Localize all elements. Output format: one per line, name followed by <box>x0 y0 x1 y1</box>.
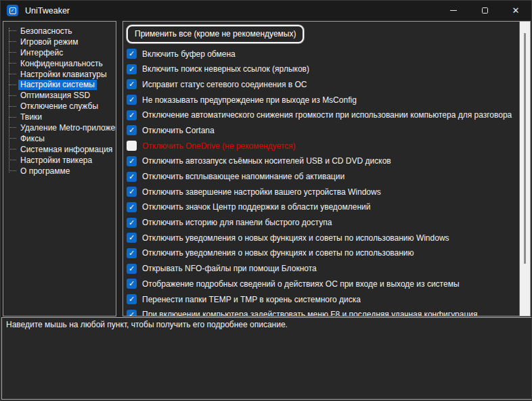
checkbox-icon[interactable] <box>127 248 137 258</box>
sidebar-item[interactable]: Настройки твикера <box>3 155 116 166</box>
description-text: Наведите мышь на любой пункт, чтобы полу… <box>6 320 288 329</box>
tweak-row[interactable]: Перенести папки TEMP и TMP в корень сист… <box>127 294 516 304</box>
tweak-label: Отключить автозапуск съёмных носителей U… <box>142 156 391 166</box>
sidebar-item[interactable]: Удаление Metro-приложений <box>3 122 116 133</box>
sidebar-item[interactable]: Конфиденциальность <box>3 58 116 69</box>
checkbox-icon[interactable] <box>127 156 137 166</box>
checkbox-icon[interactable] <box>127 172 137 182</box>
minimize-button[interactable] <box>438 1 469 20</box>
tweak-row[interactable]: Отключить Cortana <box>127 125 516 135</box>
tweak-label: Отключить значок Центр поддержки в облас… <box>142 202 371 212</box>
tweak-row[interactable]: Отключить уведомления о новых функциях и… <box>127 233 516 243</box>
sidebar-item[interactable]: Интерфейс <box>3 47 116 58</box>
tweak-row[interactable]: Отключить завершение настройки вашего ус… <box>127 187 516 197</box>
app-checkbox-icon <box>9 7 16 14</box>
tweak-row[interactable]: Отключить историю для панели быстрого до… <box>127 218 516 228</box>
checkbox-icon[interactable] <box>127 95 137 105</box>
sidebar-item[interactable]: Настройки клавиатуры <box>3 69 116 80</box>
sidebar-item[interactable]: О программе <box>3 166 116 176</box>
checkbox-icon[interactable] <box>127 79 137 89</box>
sidebar-item[interactable]: Системная информация <box>3 144 116 155</box>
description-panel: Наведите мышь на любой пункт, чтобы полу… <box>1 317 532 400</box>
sidebar: Безопасность Игровой режим Интерфейс Кон… <box>3 21 116 316</box>
app-icon <box>7 5 18 16</box>
sidebar-item-label: Конфиденциальность <box>18 58 105 68</box>
tweak-row[interactable]: Не показывать предупреждение при выходе … <box>127 95 516 105</box>
checkbox-icon[interactable] <box>127 264 137 274</box>
tweak-label: Отключить всплывающее напоминание об акт… <box>142 172 345 181</box>
checkbox-icon[interactable] <box>127 218 137 228</box>
sidebar-item-label: Оптимизация SSD <box>18 91 92 101</box>
sidebar-item-label: Интерфейс <box>18 47 65 57</box>
tweak-row[interactable]: Отключение автоматического снижения гром… <box>127 110 516 120</box>
sidebar-item[interactable]: Оптимизация SSD <box>3 90 116 101</box>
tweak-label: Отключить уведомления о новых функциях и… <box>142 248 414 258</box>
sidebar-item[interactable]: Игровой режим <box>3 37 116 47</box>
sidebar-item-label: Безопасность <box>18 26 74 36</box>
tweak-label: Не показывать предупреждение при выходе … <box>142 95 357 105</box>
settings-panel: Применить все (кроме не рекомендуемых) В… <box>123 21 531 316</box>
sidebar-item[interactable]: Твики <box>3 112 116 122</box>
tweak-row[interactable]: Отключить значок Центр поддержки в облас… <box>127 202 516 212</box>
vertical-scrollbar[interactable] <box>519 22 530 316</box>
close-button[interactable]: ✕ <box>500 1 531 20</box>
sidebar-item-label: Системная информация <box>18 144 114 154</box>
sidebar-item-label: Настройки системы <box>18 80 97 90</box>
tweak-row[interactable]: При включении компьютера задействовать м… <box>127 310 516 316</box>
checkbox-icon[interactable] <box>127 187 137 197</box>
tweak-row[interactable]: Открывать NFO-файлы при помощи Блокнота <box>127 264 516 274</box>
tweak-row[interactable]: Включить поиск неверных ссылок (ярлыков) <box>127 64 516 74</box>
tweak-label: Отключить завершение настройки вашего ус… <box>142 187 381 197</box>
tweak-row[interactable]: Отображение подробных сведений о действи… <box>127 279 516 289</box>
sidebar-item-label: Отключение службы <box>18 101 100 112</box>
tweak-label: При включении компьютера задействовать м… <box>142 310 477 316</box>
tweak-row[interactable]: Исправит статус сетевого соединения в ОС <box>127 79 516 89</box>
sidebar-item[interactable]: Отключение службы <box>3 101 116 112</box>
checkbox-icon[interactable] <box>127 279 137 289</box>
sidebar-item-label: Настройки твикера <box>18 155 94 165</box>
minimize-icon <box>450 10 457 11</box>
sidebar-item-label: Твики <box>18 112 44 122</box>
unitweaker-window: UniTweaker ✕ Безопасность Игровой режим … <box>0 0 532 401</box>
checkbox-icon[interactable] <box>127 125 137 135</box>
checkbox-icon[interactable] <box>127 202 137 212</box>
sidebar-item[interactable]: Безопасность <box>3 26 116 37</box>
checkbox-icon[interactable] <box>127 110 137 120</box>
checkbox-icon[interactable] <box>127 294 137 304</box>
checkbox-icon[interactable] <box>127 233 137 243</box>
tweak-checkbox-list: Включить буфер обмена Включить поиск нев… <box>127 49 516 316</box>
sidebar-item-label: Удаление Metro-приложений <box>18 122 116 133</box>
sidebar-item-label: О программе <box>18 166 72 176</box>
maximize-icon <box>482 7 488 14</box>
sidebar-item-label: Фиксы <box>18 133 47 143</box>
window-title: UniTweaker <box>25 6 70 16</box>
tweak-row[interactable]: Отключить всплывающее напоминание об акт… <box>127 172 516 182</box>
tweak-label: Включить поиск неверных ссылок (ярлыков) <box>142 64 309 74</box>
tweak-label: Открывать NFO-файлы при помощи Блокнота <box>142 264 317 273</box>
tweak-label: Исправит статус сетевого соединения в ОС <box>142 80 307 89</box>
tweak-label: Отключить Cortana <box>142 126 215 135</box>
tweak-label: Отключить OneDrive (не рекомендуется) <box>142 141 296 151</box>
titlebar: UniTweaker ✕ <box>1 1 531 20</box>
tweak-row[interactable]: Отключить уведомления о новых функциях и… <box>127 248 516 258</box>
tweak-row[interactable]: Включить буфер обмена <box>127 49 516 59</box>
tweak-label: Включить буфер обмена <box>142 49 236 59</box>
checkbox-icon[interactable] <box>127 310 137 316</box>
tweak-row[interactable]: Отключить автозапуск съёмных носителей U… <box>127 156 516 166</box>
checkbox-icon[interactable] <box>127 141 137 151</box>
tweak-label: Отключить уведомления о новых функциях и… <box>142 233 449 243</box>
maximize-button[interactable] <box>469 1 500 20</box>
apply-all-button[interactable]: Применить все (кроме не рекомендуемых) <box>127 25 304 43</box>
tweak-row[interactable]: Отключить OneDrive (не рекомендуется) <box>127 141 516 151</box>
settings-panel-inner: Применить все (кроме не рекомендуемых) В… <box>127 25 516 316</box>
sidebar-item[interactable]: Настройки системы <box>3 79 116 90</box>
sidebar-item-label: Настройки клавиатуры <box>18 69 109 79</box>
tweak-label: Отключить историю для панели быстрого до… <box>142 218 332 227</box>
checkbox-icon[interactable] <box>127 64 137 74</box>
scrollbar-thumb[interactable] <box>524 33 526 264</box>
close-icon: ✕ <box>512 6 520 15</box>
sidebar-item[interactable]: Фиксы <box>3 133 116 144</box>
tweak-label: Отключение автоматического снижения гром… <box>142 110 512 120</box>
category-tree: Безопасность Игровой режим Интерфейс Кон… <box>3 26 116 176</box>
checkbox-icon[interactable] <box>127 49 137 59</box>
